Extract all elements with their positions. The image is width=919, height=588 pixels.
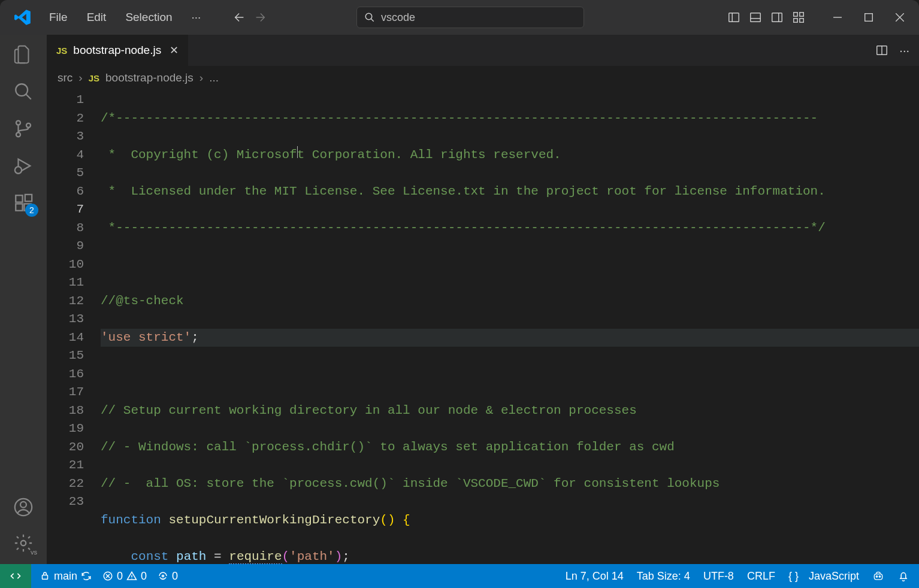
nav-back-icon[interactable] xyxy=(233,11,246,24)
menu-file[interactable]: File xyxy=(41,7,76,28)
svg-rect-2 xyxy=(751,13,761,22)
svg-rect-22 xyxy=(43,575,48,580)
nav-forward-icon[interactable] xyxy=(253,11,267,24)
search-icon xyxy=(364,12,375,23)
svg-point-24 xyxy=(162,575,164,577)
layout-sidebar-right-icon[interactable] xyxy=(770,11,784,24)
editor-area: JS bootstrap-node.js ✕ ··· src › JS boot… xyxy=(47,35,919,564)
titlebar: File Edit Selection ··· vscode xyxy=(0,0,919,35)
ports-button[interactable]: 0 xyxy=(158,570,178,583)
explorer-icon[interactable] xyxy=(12,43,35,66)
layout-customize-icon[interactable] xyxy=(792,11,805,24)
js-file-icon: JS xyxy=(56,46,67,56)
breadcrumbs[interactable]: src › JS bootstrap-node.js › ... xyxy=(47,66,919,90)
tab-close-icon[interactable]: ✕ xyxy=(170,44,179,57)
tab-filename: bootstrap-node.js xyxy=(73,44,161,57)
notifications-bell-icon[interactable] xyxy=(897,570,909,582)
js-file-icon: JS xyxy=(89,73,99,83)
svg-point-13 xyxy=(15,166,22,173)
source-control-icon[interactable] xyxy=(12,117,35,140)
svg-point-27 xyxy=(879,576,881,578)
encoding[interactable]: UTF-8 xyxy=(703,570,734,583)
chevron-right-icon: › xyxy=(199,71,203,84)
breadcrumb-src[interactable]: src xyxy=(58,71,72,84)
tab-size[interactable]: Tab Size: 4 xyxy=(637,570,690,583)
svg-point-9 xyxy=(16,84,28,96)
close-icon[interactable] xyxy=(885,5,914,29)
svg-point-11 xyxy=(16,132,20,137)
editor-more-icon[interactable]: ··· xyxy=(899,44,909,57)
svg-rect-25 xyxy=(874,574,882,580)
svg-point-19 xyxy=(20,502,26,508)
split-editor-icon[interactable] xyxy=(875,44,888,57)
svg-point-0 xyxy=(365,13,372,20)
window-controls xyxy=(823,5,914,29)
layout-controls xyxy=(727,11,805,24)
menu-selection[interactable]: Selection xyxy=(117,7,180,28)
menu-overflow-icon[interactable]: ··· xyxy=(183,7,210,28)
line-gutter: 1234567891011121314151617181920212223 xyxy=(47,90,101,564)
activity-bar: 2 vs xyxy=(0,35,47,564)
nav-arrows xyxy=(233,11,267,24)
layout-panel-bottom-icon[interactable] xyxy=(749,11,762,24)
extensions-badge: 2 xyxy=(25,204,38,217)
svg-rect-14 xyxy=(16,195,22,202)
svg-rect-3 xyxy=(772,13,782,22)
eol[interactable]: CRLF xyxy=(747,570,775,583)
svg-point-12 xyxy=(26,123,31,128)
svg-rect-7 xyxy=(800,19,803,22)
status-bar: main 0 0 0 Ln 7, Col 14 Tab Size: 4 UTF-… xyxy=(0,564,919,588)
cursor-position[interactable]: Ln 7, Col 14 xyxy=(566,570,624,583)
chevron-right-icon: › xyxy=(78,71,82,84)
menu-edit[interactable]: Edit xyxy=(78,7,115,28)
search-activity-icon[interactable] xyxy=(12,80,35,103)
remote-icon[interactable] xyxy=(0,564,31,588)
svg-point-10 xyxy=(16,121,20,125)
maximize-icon[interactable] xyxy=(854,5,883,29)
run-debug-icon[interactable] xyxy=(12,154,35,177)
svg-rect-8 xyxy=(865,14,873,22)
copilot-icon[interactable] xyxy=(872,570,884,582)
tab-bootstrap-node[interactable]: JS bootstrap-node.js ✕ xyxy=(47,35,189,66)
svg-rect-5 xyxy=(800,13,803,16)
svg-rect-17 xyxy=(25,195,32,201)
code-editor[interactable]: 1234567891011121314151617181920212223 /*… xyxy=(47,90,919,564)
svg-rect-6 xyxy=(794,19,797,22)
svg-rect-15 xyxy=(16,204,22,210)
search-text: vscode xyxy=(381,11,415,24)
svg-point-26 xyxy=(876,576,878,578)
svg-rect-4 xyxy=(794,13,797,16)
svg-rect-1 xyxy=(729,13,739,22)
svg-point-20 xyxy=(21,541,26,546)
breadcrumb-file[interactable]: bootstrap-node.js xyxy=(105,71,194,84)
accounts-icon[interactable] xyxy=(12,496,35,519)
problems-button[interactable]: 0 0 xyxy=(102,570,147,583)
code-content[interactable]: /*--------------------------------------… xyxy=(101,90,919,564)
minimize-icon[interactable] xyxy=(823,5,852,29)
text-cursor-icon xyxy=(297,146,298,158)
vscode-logo-icon xyxy=(14,9,31,26)
scrollbar[interactable] xyxy=(908,90,919,564)
command-center-search[interactable]: vscode xyxy=(356,7,584,28)
gear-sub-label: vs xyxy=(31,548,37,556)
breadcrumb-more[interactable]: ... xyxy=(209,71,219,84)
language-mode[interactable]: { } JavaScript xyxy=(788,570,859,583)
extensions-icon[interactable]: 2 xyxy=(12,192,35,214)
tabs-row: JS bootstrap-node.js ✕ ··· xyxy=(47,35,919,66)
menu-bar: File Edit Selection ··· xyxy=(41,7,209,28)
git-branch-button[interactable]: main xyxy=(40,570,92,583)
settings-gear-icon[interactable]: vs xyxy=(12,532,35,554)
layout-sidebar-left-icon[interactable] xyxy=(727,11,740,24)
